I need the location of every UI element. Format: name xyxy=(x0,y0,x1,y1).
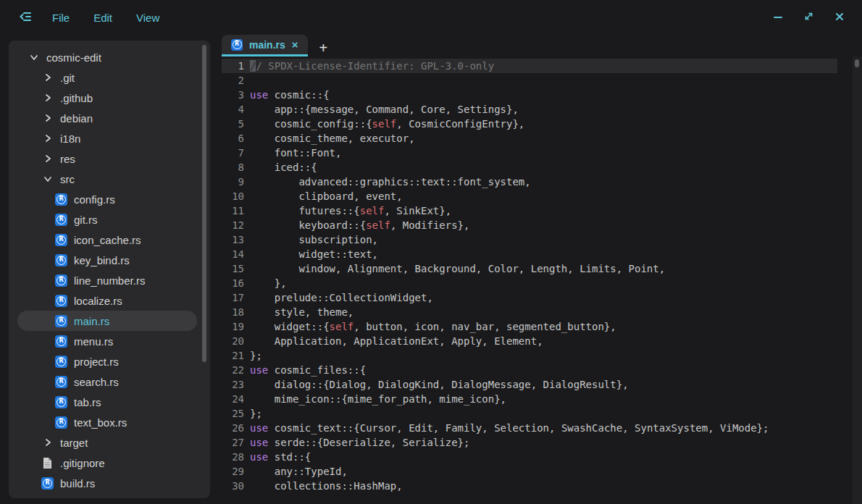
tree-item-label: key_bind.rs xyxy=(74,254,130,266)
line-content: cosmic_theme, executor, xyxy=(244,131,415,146)
tree-item-label: line_number.rs xyxy=(74,274,145,287)
tree-item-label: .github xyxy=(60,92,93,104)
tree-item-config-rs[interactable]: Rconfig.rs xyxy=(17,189,197,209)
code-line-24: 24 mime_icon::{mime_for_path, mime_icon}… xyxy=(222,392,837,406)
menu-edit[interactable]: Edit xyxy=(93,12,112,24)
chevron-right-icon[interactable] xyxy=(41,114,54,122)
rust-file-icon: R xyxy=(55,214,67,226)
line-content: }; xyxy=(244,406,262,421)
line-number: 17 xyxy=(222,290,244,305)
line-content: use cosmic_files::{ xyxy=(244,363,366,377)
sidebar-toggle-button[interactable] xyxy=(17,9,33,26)
tree-item-menu-rs[interactable]: Rmenu.rs xyxy=(17,331,197,351)
chevron-down-icon[interactable] xyxy=(28,53,40,62)
minimize-button[interactable] xyxy=(771,10,784,25)
line-content: // SPDX-License-Identifier: GPL-3.0-only xyxy=(244,59,494,73)
editor-scrollbar-track[interactable] xyxy=(853,56,862,504)
tab-main-rs[interactable]: R main.rs × xyxy=(222,35,308,56)
code-line-6: 6 cosmic_theme, executor, xyxy=(222,131,837,146)
file-tree: cosmic-edit.git.githubdebiani18nressrcRc… xyxy=(9,41,210,493)
sidebar-scrollbar-thumb[interactable] xyxy=(202,45,206,362)
line-content: window, Alignment, Background, Color, Le… xyxy=(244,261,665,276)
tree-item-src[interactable]: src xyxy=(17,169,197,189)
code-line-17: 17 prelude::CollectionWidget, xyxy=(222,290,837,305)
tree-item-tab-rs[interactable]: Rtab.rs xyxy=(17,392,197,412)
tab-bar: R main.rs × + xyxy=(222,35,862,56)
line-content: }; xyxy=(244,348,262,363)
code-line-30: 30 collections::HashMap, xyxy=(222,479,837,493)
line-content: clipboard, event, xyxy=(244,189,403,203)
code-line-2: 2 xyxy=(222,73,837,88)
window-controls xyxy=(771,9,846,25)
tree-item-project-rs[interactable]: Rproject.rs xyxy=(17,351,197,371)
tree-item-git-rs[interactable]: Rgit.rs xyxy=(17,209,197,230)
line-content: any::TypeId, xyxy=(244,464,348,479)
chevron-right-icon[interactable] xyxy=(41,154,54,163)
tree-item-target[interactable]: target xyxy=(17,432,197,453)
line-number: 24 xyxy=(222,392,244,406)
tree-item-label: res xyxy=(60,153,75,165)
tree-item-icon-cache-rs[interactable]: Ricon_cache.rs xyxy=(17,230,197,250)
code-line-8: 8 iced::{ xyxy=(222,160,837,175)
line-number: 4 xyxy=(222,102,244,117)
line-content: widget::text, xyxy=(244,247,378,261)
line-number: 5 xyxy=(222,117,244,131)
menu-bar: File Edit View xyxy=(52,12,159,24)
tree-item-res[interactable]: res xyxy=(17,148,197,169)
line-content: use cosmic_text::{Cursor, Edit, Family, … xyxy=(244,421,769,435)
tree-item-key-bind-rs[interactable]: Rkey_bind.rs xyxy=(17,250,197,270)
rust-file-icon: R xyxy=(55,193,67,206)
line-number: 20 xyxy=(222,334,244,348)
cosmic-edit-window: File Edit View xyxy=(0,0,862,504)
tree-item-debian[interactable]: debian xyxy=(17,108,197,128)
chevron-right-icon[interactable] xyxy=(41,438,54,447)
maximize-icon xyxy=(803,11,814,24)
line-number: 28 xyxy=(222,450,244,464)
tree-item-line-number-rs[interactable]: Rline_number.rs xyxy=(17,270,197,290)
line-number: 22 xyxy=(222,363,244,377)
tree-item--github[interactable]: .github xyxy=(17,88,197,108)
code-editor[interactable]: 1// SPDX-License-Identifier: GPL-3.0-onl… xyxy=(222,56,862,504)
tree-item-label: cosmic-edit xyxy=(46,51,101,64)
maximize-button[interactable] xyxy=(802,9,816,25)
code-line-15: 15 window, Alignment, Background, Color,… xyxy=(222,261,837,276)
tree-item-text-box-rs[interactable]: Rtext_box.rs xyxy=(17,412,197,432)
rust-file-icon: R xyxy=(55,234,67,246)
rust-file-icon: R xyxy=(55,356,67,368)
code-line-10: 10 clipboard, event, xyxy=(222,189,837,203)
line-content: use std::{ xyxy=(244,450,311,464)
code-line-21: 21}; xyxy=(222,348,837,363)
tree-item-main-rs[interactable]: Rmain.rs xyxy=(17,311,197,331)
line-content: prelude::CollectionWidget, xyxy=(244,290,433,305)
tree-item-i18n[interactable]: i18n xyxy=(17,128,197,148)
menu-file[interactable]: File xyxy=(52,12,70,24)
chevron-right-icon[interactable] xyxy=(41,73,54,82)
tab-close-icon[interactable]: × xyxy=(292,39,298,50)
tree-item--git[interactable]: .git xyxy=(17,67,197,88)
close-button[interactable] xyxy=(833,10,846,25)
chevron-down-icon[interactable] xyxy=(41,175,54,183)
tree-item-search-rs[interactable]: Rsearch.rs xyxy=(17,371,197,392)
code-line-20: 20 Application, ApplicationExt, Apply, E… xyxy=(222,334,837,348)
editor-scrollbar-thumb[interactable] xyxy=(855,59,859,67)
line-content: collections::HashMap, xyxy=(244,479,403,493)
chevron-right-icon[interactable] xyxy=(41,134,54,143)
code-line-1: 1// SPDX-License-Identifier: GPL-3.0-onl… xyxy=(222,59,837,73)
code-line-18: 18 style, theme, xyxy=(222,305,837,319)
code-line-16: 16 }, xyxy=(222,276,837,290)
line-number: 12 xyxy=(222,218,244,232)
tree-item-label: main.rs xyxy=(74,315,109,327)
tree-item-localize-rs[interactable]: Rlocalize.rs xyxy=(17,290,197,311)
new-tab-button[interactable]: + xyxy=(317,41,331,55)
tree-item--gitignore[interactable]: .gitignore xyxy=(17,453,197,473)
tree-item-label: git.rs xyxy=(74,214,98,226)
chevron-right-icon[interactable] xyxy=(41,93,54,102)
line-number: 2 xyxy=(222,73,244,88)
menu-view[interactable]: View xyxy=(136,12,159,24)
line-content: advanced::graphics::text::font_system, xyxy=(244,175,531,189)
tree-item-label: menu.rs xyxy=(74,335,113,348)
rust-file-icon: R xyxy=(55,274,67,287)
tree-item-build-rs[interactable]: Rbuild.rs xyxy=(17,473,197,493)
tree-item-cosmic-edit[interactable]: cosmic-edit xyxy=(17,47,197,67)
code-lines: 1// SPDX-License-Identifier: GPL-3.0-onl… xyxy=(222,56,862,493)
